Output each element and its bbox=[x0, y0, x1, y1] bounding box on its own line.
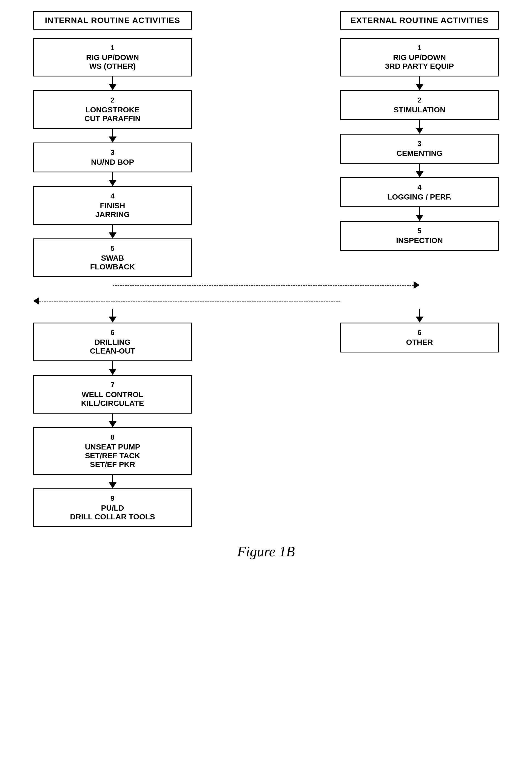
arrow-3 bbox=[33, 172, 192, 186]
right-box-6: 6 OTHER bbox=[340, 322, 499, 352]
row-bottom: 6 DRILLINGCLEAN-OUT 7 WELL CONTROLKILL/C… bbox=[33, 309, 499, 527]
left-box-7: 7 WELL CONTROLKILL/CIRCULATE bbox=[33, 375, 192, 413]
arrow-r3 bbox=[340, 164, 499, 177]
arrow-4 bbox=[33, 225, 192, 238]
right-header: EXTERNAL ROUTINE ACTIVITIES bbox=[340, 11, 499, 30]
main-layout: INTERNAL ROUTINE ACTIVITIES EXTERNAL ROU… bbox=[33, 11, 499, 527]
arrow-head bbox=[416, 317, 424, 322]
arrow-r5 bbox=[340, 309, 499, 322]
left-header: INTERNAL ROUTINE ACTIVITIES bbox=[33, 11, 192, 30]
arrow-r4 bbox=[340, 207, 499, 221]
arrow-head bbox=[109, 136, 116, 142]
right-box-1: 1 RIG UP/DOWN3RD PARTY EQUIP bbox=[340, 38, 499, 76]
arrow-stem bbox=[112, 129, 113, 136]
left-col-bottom: 6 DRILLINGCLEAN-OUT 7 WELL CONTROLKILL/C… bbox=[33, 309, 192, 527]
arrow-stem bbox=[419, 164, 420, 171]
right-box-5: 5 INSPECTION bbox=[340, 221, 499, 251]
arrow-stem bbox=[419, 207, 420, 215]
row-1: 1 RIG UP/DOWNWS (OTHER) 2 LONGSTROKECUT … bbox=[33, 38, 499, 277]
arrow-stem bbox=[112, 225, 113, 232]
arrow-head bbox=[416, 84, 424, 90]
diagram-container: INTERNAL ROUTINE ACTIVITIES EXTERNAL ROU… bbox=[16, 11, 516, 560]
arrow-stem bbox=[112, 475, 113, 482]
arrow-8 bbox=[33, 475, 192, 488]
arrow-2 bbox=[33, 129, 192, 142]
arrow-head bbox=[109, 317, 116, 322]
arrow-stem bbox=[419, 76, 420, 84]
left-box-1: 1 RIG UP/DOWNWS (OTHER) bbox=[33, 38, 192, 76]
arrow-7 bbox=[33, 413, 192, 427]
dashed-row-left bbox=[33, 295, 499, 307]
arrow-head bbox=[109, 180, 116, 186]
right-box-3: 3 CEMENTING bbox=[340, 134, 499, 164]
arrow-head bbox=[416, 215, 424, 221]
arrow-stem bbox=[112, 76, 113, 84]
arrow-stem bbox=[112, 361, 113, 369]
arrow-head bbox=[109, 482, 116, 488]
left-box-5: 5 SWABFLOWBACK bbox=[33, 238, 192, 277]
arrow-head bbox=[416, 128, 424, 134]
dashed-line-right bbox=[113, 285, 414, 286]
left-box-9: 9 PU/LDDRILL COLLAR TOOLS bbox=[33, 488, 192, 527]
arrow-stem bbox=[419, 120, 420, 128]
arrow-head bbox=[109, 232, 116, 238]
right-col-bottom: 6 OTHER bbox=[340, 309, 499, 527]
right-col-content: 1 RIG UP/DOWN3RD PARTY EQUIP 2 STIMULATI… bbox=[340, 38, 499, 277]
arrow-1 bbox=[33, 76, 192, 90]
arrow-head bbox=[109, 421, 116, 427]
arrow-r2 bbox=[340, 120, 499, 134]
arrow-6 bbox=[33, 361, 192, 375]
left-col-content: 1 RIG UP/DOWNWS (OTHER) 2 LONGSTROKECUT … bbox=[33, 38, 192, 277]
arrow-r1 bbox=[340, 76, 499, 90]
dashed-arrow-left-head bbox=[33, 297, 39, 305]
arrow-stem bbox=[112, 172, 113, 180]
dashed-row-right bbox=[33, 279, 499, 291]
dashed-arrow-right-head bbox=[414, 281, 420, 289]
arrow-head bbox=[416, 171, 424, 177]
arrow-head bbox=[109, 369, 116, 375]
left-box-6: 6 DRILLINGCLEAN-OUT bbox=[33, 322, 192, 361]
arrow-stem bbox=[419, 309, 420, 317]
left-box-8: 8 UNSEAT PUMPSET/REF TACKSET/EF PKR bbox=[33, 427, 192, 475]
right-box-4: 4 LOGGING / PERF. bbox=[340, 177, 499, 207]
arrow-stem bbox=[112, 413, 113, 421]
arrow-head bbox=[109, 84, 116, 90]
left-box-4: 4 FINISHJARRING bbox=[33, 186, 192, 225]
headers-row: INTERNAL ROUTINE ACTIVITIES EXTERNAL ROU… bbox=[33, 11, 499, 38]
arrow-stem bbox=[112, 309, 113, 317]
left-box-3: 3 NU/ND BOP bbox=[33, 142, 192, 172]
arrow-5 bbox=[33, 309, 192, 322]
figure-caption: Figure 1B bbox=[237, 543, 295, 560]
right-box-2: 2 STIMULATION bbox=[340, 90, 499, 120]
left-box-2: 2 LONGSTROKECUT PARAFFIN bbox=[33, 90, 192, 129]
dashed-line-left bbox=[39, 301, 340, 301]
